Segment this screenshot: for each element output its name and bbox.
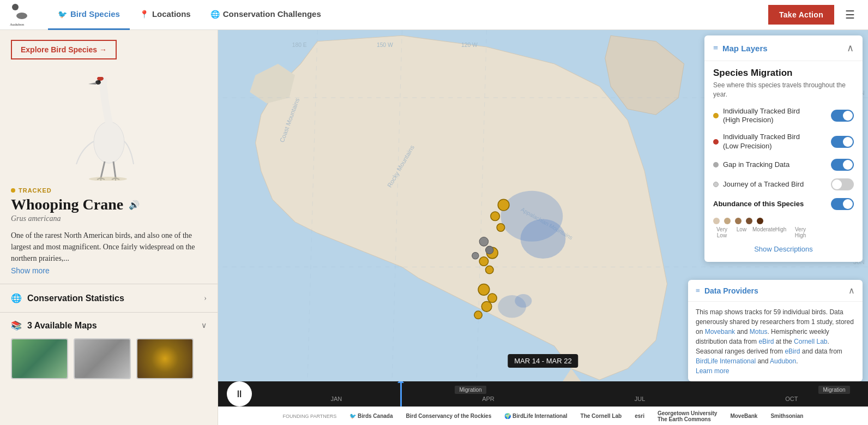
- toggle-gap[interactable]: [831, 159, 854, 171]
- month-oct: OCT: [785, 396, 798, 402]
- svg-point-34: [497, 224, 504, 231]
- layer-row-abundance: Abundance of this Species: [713, 198, 854, 210]
- timeline-top: ⏸ Migration Migration JAN APR JUL OCT: [218, 381, 868, 406]
- tracked-badge: TRACKED: [11, 187, 52, 194]
- available-maps-row[interactable]: 📚 3 Available Maps ∨: [0, 313, 218, 338]
- svg-text:Audubon: Audubon: [10, 22, 25, 27]
- dp-link-movebank[interactable]: Movebank: [705, 328, 735, 336]
- bird-illustration: [65, 77, 153, 181]
- location-icon: 📍: [140, 10, 149, 19]
- svg-line-8: [101, 161, 105, 178]
- svg-point-7: [98, 80, 100, 82]
- dp-link-audubon[interactable]: Audubon: [770, 357, 796, 365]
- take-action-button[interactable]: Take Action: [768, 5, 834, 25]
- dp-collapse-button[interactable]: ∧: [848, 285, 855, 296]
- layer-dot-low-precision: [713, 139, 719, 145]
- dp-link-birdlife[interactable]: BirdLife International: [696, 357, 756, 365]
- bird-image-area: [0, 66, 218, 181]
- dp-link-motus[interactable]: Motus: [750, 328, 768, 336]
- toggle-journey[interactable]: [831, 178, 854, 190]
- svg-point-37: [486, 266, 493, 273]
- svg-line-9: [113, 161, 116, 178]
- layers-icon: 📚: [11, 320, 22, 331]
- svg-point-36: [479, 257, 489, 266]
- audubon-logo[interactable]: Audubon: [9, 2, 35, 28]
- layers-collapse-button[interactable]: ∧: [847, 42, 854, 54]
- svg-point-42: [479, 237, 489, 247]
- layer-label-high-precision: Individually Tracked Bird(High Precision…: [723, 107, 800, 125]
- explore-bird-species-button[interactable]: Explore Bird Species →: [11, 40, 117, 59]
- conservation-stats-row[interactable]: 🌐 Conservation Statistics ›: [0, 284, 218, 312]
- toggle-low-precision[interactable]: [831, 136, 854, 148]
- dp-link-ebird-2[interactable]: eBird: [785, 348, 800, 355]
- toggle-knob-journey: [832, 179, 842, 189]
- nav-conservation[interactable]: 🌐 Conservation Challenges: [201, 0, 331, 30]
- available-maps-title: 3 Available Maps: [27, 321, 97, 331]
- toggle-high-precision[interactable]: [831, 110, 854, 122]
- layer-dot-gap: [713, 162, 719, 167]
- conservation-stats-left: 🌐 Conservation Statistics: [11, 293, 124, 303]
- bird-name: Whooping Crane: [11, 196, 123, 213]
- available-maps-left: 📚 3 Available Maps: [11, 320, 97, 331]
- dp-link-cornell[interactable]: Cornell Lab: [794, 338, 827, 345]
- svg-point-10: [89, 177, 127, 181]
- dp-icon: ≡: [696, 286, 700, 295]
- timeline-months: JAN APR JUL OCT: [261, 396, 868, 402]
- logo-bird-conservancy: Bird Conservancy of the Rockies: [406, 413, 492, 419]
- logo-birdlife: 🌍 BirdLife International: [504, 413, 567, 419]
- map-area[interactable]: Scandinavian Mountains Prime Meridian Co…: [218, 30, 868, 425]
- svg-point-0: [12, 4, 19, 10]
- timeline-bar[interactable]: Migration Migration JAN APR JUL OCT: [261, 381, 868, 406]
- layers-header-left: ≡ Map Layers: [713, 43, 768, 53]
- map-thumb-1[interactable]: [11, 338, 68, 379]
- toggle-knob-low-precision: [843, 137, 853, 147]
- svg-point-32: [498, 199, 509, 211]
- month-jan: JAN: [330, 396, 342, 402]
- svg-point-3: [94, 122, 124, 163]
- dp-body: This map shows tracks for 59 individual …: [688, 302, 863, 381]
- month-apr: APR: [482, 396, 495, 402]
- show-descriptions-link[interactable]: Show Descriptions: [713, 243, 854, 255]
- layer-row-high-precision: Individually Tracked Bird(High Precision…: [713, 107, 854, 125]
- nav-locations[interactable]: 📍 Locations: [130, 0, 201, 30]
- toggle-abundance[interactable]: [831, 198, 854, 210]
- logo-birds-canada: 🐦 Birds Canada: [349, 413, 393, 419]
- abundance-dot-4: [746, 218, 752, 224]
- month-jul: JUL: [635, 396, 646, 402]
- logo-esri: esri: [635, 413, 644, 419]
- layers-section-desc: See where this species travels throughou…: [713, 81, 854, 99]
- pause-icon: ⏸: [234, 388, 244, 400]
- dp-header: ≡ Data Providers ∧: [688, 280, 863, 302]
- layer-row-journey: Journey of a Tracked Bird: [713, 178, 854, 190]
- svg-point-39: [488, 294, 497, 303]
- founding-partners-label: FOUNDING PARTNERS: [283, 414, 337, 419]
- nav-conservation-label: Conservation Challenges: [223, 9, 321, 19]
- map-thumb-2[interactable]: [74, 338, 131, 379]
- explore-btn-wrap: Explore Bird Species →: [0, 30, 218, 66]
- sound-button[interactable]: 🔊: [129, 200, 140, 210]
- nav-bird-species[interactable]: 🐦 Bird Species: [48, 0, 130, 30]
- hamburger-menu[interactable]: ☰: [841, 6, 859, 23]
- show-more-link[interactable]: Show more: [11, 266, 207, 275]
- logo-cornell: The Cornell Lab: [581, 413, 622, 419]
- svg-point-40: [481, 301, 492, 312]
- conservation-stats-title: Conservation Statistics: [27, 294, 124, 303]
- dp-learn-more-link[interactable]: Learn more: [696, 367, 729, 375]
- svg-point-29: [521, 219, 566, 258]
- layer-label-low-precision: Individually Tracked Bird(Low Precision): [723, 133, 800, 151]
- dp-link-ebird-1[interactable]: eBird: [758, 338, 774, 345]
- map-thumb-3[interactable]: [136, 338, 194, 379]
- svg-point-33: [491, 212, 500, 221]
- header-right: Take Action ☰: [768, 5, 859, 25]
- layer-row-low-precision: Individually Tracked Bird(Low Precision): [713, 133, 854, 151]
- play-pause-button[interactable]: ⏸: [227, 381, 252, 406]
- sidebar: Explore Bird Species →: [0, 30, 218, 425]
- nav-bird-species-label: Bird Species: [70, 9, 120, 19]
- abundance-label-low: Low: [733, 226, 750, 238]
- layer-row-journey-left: Journey of a Tracked Bird: [713, 180, 804, 189]
- abundance-label-moderate: Moderate: [752, 226, 770, 238]
- abundance-dots: [713, 218, 854, 224]
- svg-point-31: [515, 294, 532, 308]
- abundance-dot-1: [713, 218, 720, 224]
- layer-dot-high-precision: [713, 113, 719, 118]
